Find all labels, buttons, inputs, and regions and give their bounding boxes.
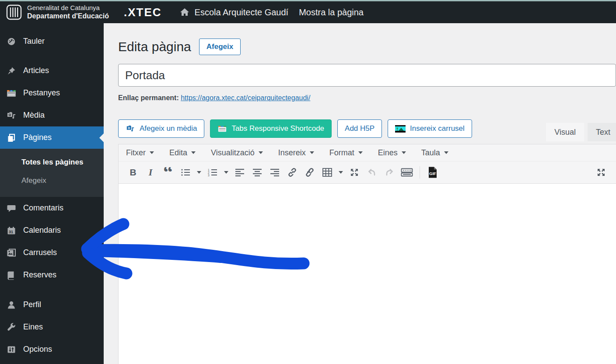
user-icon [6, 300, 17, 310]
numbered-list-button[interactable]: 1 2 3 [204, 164, 221, 180]
bullet-list-button[interactable] [177, 164, 194, 180]
sidebar-item-label: Tauler [23, 37, 45, 46]
add-h5p-label: Add H5P [345, 124, 374, 133]
sidebar-item-tauler[interactable]: Tauler [0, 30, 104, 52]
blockquote-button[interactable]: “ [159, 167, 177, 178]
menu-fitxer[interactable]: Fitxer [126, 148, 154, 158]
tabs-icon [6, 88, 17, 98]
media-buttons-row: Afegeix un mèdia Tabs Responsive Shortco… [118, 119, 616, 138]
home-icon [179, 7, 190, 18]
fullscreen-button[interactable] [346, 164, 363, 180]
view-page-link[interactable]: Mostra la pàgina [299, 7, 364, 18]
gif-label: GIF [429, 171, 436, 176]
pages-submenu: Totes les pàgines Afegeix [0, 149, 104, 197]
chevron-down-icon [444, 151, 448, 154]
table-button[interactable] [318, 164, 336, 180]
submenu-afegeix[interactable]: Afegeix [0, 172, 104, 190]
insert-carousel-label: Insereix carrusel [410, 124, 465, 133]
align-left-button[interactable] [231, 164, 248, 180]
media-icon [6, 110, 17, 121]
calendar-number: 31 [9, 229, 13, 234]
distraction-free-button[interactable] [592, 164, 610, 180]
settings-icon [6, 344, 17, 355]
admin-bar-site-menu[interactable]: Escola Arquitecte Gaudí [179, 7, 289, 18]
site-name: Escola Arquitecte Gaudí [195, 7, 289, 18]
editor-menubar: Fitxer Edita Visualització Insereix Form… [119, 144, 616, 161]
editor-content-area[interactable] [119, 184, 616, 364]
chevron-down-icon [197, 171, 201, 174]
chevron-down-icon [191, 151, 196, 154]
sidebar-item-articles[interactable]: Articles [0, 60, 104, 82]
post-title-input[interactable] [118, 64, 616, 87]
keyboard-shortcuts-button[interactable] [398, 164, 416, 180]
gif-button[interactable]: GIF [424, 164, 441, 180]
gencat-logo-text: Generalitat de Catalunya Departament d'E… [27, 4, 109, 20]
carousel-icon [6, 248, 17, 258]
menu-taula[interactable]: Taula [421, 148, 448, 158]
tab-text[interactable]: Text [588, 123, 616, 141]
chevron-down-icon [402, 151, 406, 154]
permalink-link[interactable]: https://agora.xtec.cat/ceiparquitectegau… [181, 94, 310, 102]
page-title: Edita pàgina [118, 39, 191, 54]
sidebar-item-pagines[interactable]: Pàgines [0, 126, 104, 149]
bullet-list-dropdown[interactable] [194, 164, 204, 180]
book-icon [6, 270, 17, 280]
gencat-logo-block[interactable]: Generalitat de Catalunya Departament d'E… [0, 4, 109, 21]
submenu-totes-les-pagines[interactable]: Totes les pàgines [0, 153, 104, 172]
redo-button[interactable] [381, 164, 398, 180]
insert-carousel-icon [395, 125, 406, 133]
permalink-row: Enllaç permanent: https://agora.xtec.cat… [118, 94, 616, 102]
main-content: Edita pàgina Afegeix Enllaç permanent: h… [104, 23, 616, 364]
calendar-icon: 31 [6, 225, 17, 236]
add-new-page-button[interactable]: Afegeix [199, 38, 241, 55]
admin-bar: Generalitat de Catalunya Departament d'E… [0, 1, 616, 23]
align-center-button[interactable] [248, 164, 266, 180]
chevron-down-icon [339, 171, 343, 174]
pin-icon [6, 66, 17, 76]
menu-visualitzacio[interactable]: Visualització [211, 148, 263, 158]
sidebar-item-label: Eines [23, 322, 43, 332]
sidebar-item-eines[interactable]: Eines [0, 316, 104, 338]
unlink-button[interactable] [301, 164, 318, 180]
sidebar-item-pestanyes[interactable]: Pestanyes [0, 82, 104, 104]
numbered-list-dropdown[interactable] [221, 164, 231, 180]
sidebar-item-carrusels[interactable]: Carrusels [0, 242, 104, 264]
link-button[interactable] [284, 164, 301, 180]
bold-button[interactable]: B [124, 164, 142, 180]
sidebar-item-perfil[interactable]: Perfil [0, 294, 104, 316]
toolbar-divider [420, 166, 420, 178]
gencat-line1: Generalitat de Catalunya [27, 4, 109, 12]
comments-icon [6, 203, 17, 214]
wrench-icon [6, 322, 17, 332]
menu-format[interactable]: Format [329, 148, 363, 158]
add-h5p-button[interactable]: Add H5P [337, 119, 382, 138]
italic-button[interactable]: I [142, 164, 159, 180]
menu-eines[interactable]: Eines [378, 148, 406, 158]
xtec-logo[interactable]: .XTEC [124, 6, 162, 19]
admin-sidebar: Tauler Articles Pestanyes [0, 23, 104, 364]
insert-carousel-button[interactable]: Insereix carrusel [388, 119, 472, 138]
add-media-button[interactable]: Afegeix un mèdia [118, 119, 204, 138]
chevron-down-icon [224, 171, 228, 174]
chevron-down-icon [358, 151, 363, 154]
sidebar-item-label: Pàgines [23, 133, 52, 142]
tabs-shortcode-icon [217, 124, 227, 133]
tabs-shortcode-button[interactable]: Tabs Responsive Shortcode [210, 119, 332, 138]
sidebar-item-label: Opcions [23, 345, 52, 354]
menu-edita[interactable]: Edita [169, 148, 196, 158]
sidebar-item-calendaris[interactable]: 31 Calendaris [0, 219, 104, 242]
sidebar-item-opcions[interactable]: Opcions [0, 338, 104, 360]
align-right-button[interactable] [266, 164, 284, 180]
sidebar-item-label: Comentaris [23, 203, 63, 213]
sidebar-item-label: Carrusels [23, 248, 57, 257]
sidebar-item-label: Perfil [23, 300, 41, 309]
sidebar-item-media[interactable]: Mèdia [0, 104, 104, 126]
undo-button[interactable] [363, 164, 381, 180]
sidebar-item-comentaris[interactable]: Comentaris [0, 197, 104, 219]
table-dropdown[interactable] [336, 164, 346, 180]
chevron-down-icon [310, 151, 314, 154]
menu-insereix[interactable]: Insereix [278, 148, 314, 158]
tinymce-editor: Fitxer Edita Visualització Insereix Form… [118, 144, 616, 364]
sidebar-item-reserves[interactable]: Reserves [0, 264, 104, 286]
tab-visual[interactable]: Visual [546, 123, 584, 141]
